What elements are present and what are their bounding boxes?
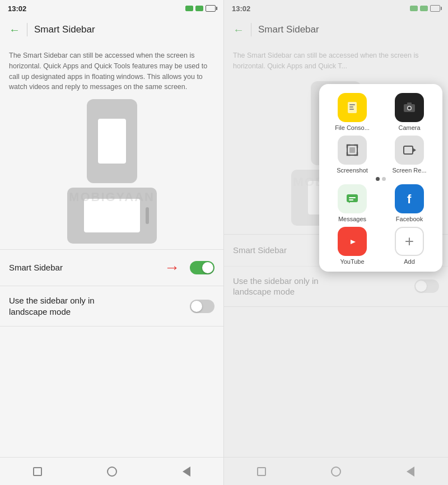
toggle-knob-landscape-left (191, 301, 202, 312)
description-right: The Smart Sidebar can still be accessed … (224, 44, 448, 78)
svg-rect-3 (349, 109, 354, 110)
signal-icon (185, 6, 193, 11)
nav-home-right[interactable] (328, 464, 344, 479)
messages-label: Messages (338, 216, 366, 222)
popup-item-screenshot[interactable]: Screenshot (327, 136, 377, 174)
toggle-landscape-left[interactable] (190, 300, 214, 313)
illustration-left: MOBIGYAAN (0, 99, 223, 249)
facebook-label: Facebook (396, 216, 423, 222)
phone-horizontal-left (67, 188, 157, 244)
description-left: The Smart Sidebar can still be accessed … (0, 44, 223, 99)
setting-smart-sidebar-left: Smart Sidebar → (0, 250, 223, 286)
header-right: ← Smart Sidebar (224, 16, 448, 44)
screenshot-label: Screenshot (337, 167, 368, 174)
popup-dots (327, 177, 435, 181)
sidebar-tab-left (146, 207, 149, 224)
svg-rect-7 (407, 102, 412, 105)
right-panel: 13:02 ← Smart Sidebar The Smart Sidebar … (224, 0, 448, 485)
popup-item-screenrec[interactable]: Screen Re... (384, 136, 435, 174)
app-popup: File Conso... Camera (319, 84, 442, 272)
svg-text:f: f (407, 192, 412, 206)
phone-screen-horizontal (84, 199, 140, 232)
file-console-label: File Conso... (335, 124, 370, 131)
nav-bar-left (0, 457, 223, 485)
status-bar-right: 13:02 (224, 0, 448, 16)
setting-row-smart-sidebar: → (164, 259, 214, 277)
signal-icon-r (410, 6, 418, 11)
header-left: ← Smart Sidebar (0, 16, 223, 44)
nav-circle-icon-r (331, 467, 341, 477)
toggle-knob-smart-sidebar-left (202, 262, 213, 273)
popup-item-file-console[interactable]: File Conso... (327, 93, 377, 131)
header-divider-left (27, 23, 27, 36)
setting-label-smart-sidebar: Smart Sidebar (9, 262, 164, 273)
nav-bar-right (224, 457, 448, 485)
svg-rect-10 (404, 146, 413, 154)
messages-icon (338, 184, 367, 213)
youtube-icon (338, 227, 367, 256)
red-arrow-left: → (164, 259, 180, 277)
setting-landscape-right: Use the sidebar only in landscape mode (224, 267, 448, 306)
spacer-left (0, 327, 223, 457)
camera-icon (395, 93, 424, 122)
facebook-icon: f (395, 184, 424, 213)
dot-inactive (382, 177, 386, 181)
popup-item-camera[interactable]: Camera (384, 93, 435, 131)
toggle-knob-landscape-right (416, 281, 427, 292)
svg-rect-14 (349, 199, 353, 200)
popup-item-messages[interactable]: Messages (327, 184, 377, 222)
svg-rect-9 (349, 147, 355, 153)
setting-label-landscape: Use the sidebar only in landscape mode (9, 295, 121, 317)
setting-label-landscape-r: Use the sidebar only in landscape mode (233, 276, 345, 297)
popup-item-add[interactable]: + Add (384, 227, 435, 265)
status-icons-left (185, 5, 216, 12)
nav-triangle-icon-r (407, 467, 414, 477)
page-title-left: Smart Sidebar (34, 24, 95, 35)
nav-square-icon (33, 467, 42, 476)
status-time-left: 13:02 (8, 4, 26, 13)
status-bar-left: 13:02 (0, 0, 223, 16)
popup-grid-2: Messages f Facebook YouT (327, 184, 435, 265)
svg-point-6 (408, 107, 411, 110)
phone-mockup-left (67, 99, 157, 244)
nav-square-icon-r (257, 467, 266, 476)
back-button-left[interactable]: ← (9, 24, 20, 36)
wifi-icon (195, 6, 203, 11)
wifi-icon-r (420, 6, 428, 11)
status-time-right: 13:02 (232, 4, 250, 13)
svg-rect-13 (349, 197, 356, 198)
status-icons-right (410, 5, 440, 12)
camera-label: Camera (398, 124, 420, 131)
setting-landscape-left: Use the sidebar only in landscape mode (0, 286, 223, 326)
toggle-landscape-right[interactable] (414, 279, 439, 293)
svg-rect-2 (349, 106, 353, 108)
file-console-icon (338, 93, 367, 122)
phone-screen-vertical (98, 119, 126, 164)
nav-back-right[interactable] (403, 464, 418, 479)
nav-home-left[interactable] (104, 464, 120, 479)
left-panel: 13:02 ← Smart Sidebar The Smart Sidebar … (0, 0, 224, 485)
nav-recent-left[interactable] (30, 464, 45, 479)
nav-back-left[interactable] (179, 464, 194, 479)
nav-triangle-icon (183, 467, 190, 477)
toggle-smart-sidebar-left[interactable] (190, 261, 214, 274)
popup-item-facebook[interactable]: f Facebook (384, 184, 435, 222)
back-button-right[interactable]: ← (233, 24, 244, 36)
screenrec-icon (395, 136, 424, 165)
youtube-label: YouTube (340, 258, 364, 265)
add-label: Add (404, 258, 415, 265)
nav-circle-icon (107, 467, 117, 477)
spacer-right (224, 307, 448, 457)
screenshot-icon (338, 136, 367, 165)
settings-left: Smart Sidebar → Use the sidebar only in … (0, 250, 223, 326)
popup-grid: File Conso... Camera (327, 93, 435, 174)
add-icon[interactable]: + (395, 227, 424, 256)
svg-marker-11 (413, 148, 416, 152)
page-title-right: Smart Sidebar (258, 24, 319, 35)
svg-rect-1 (349, 104, 355, 105)
nav-recent-right[interactable] (254, 464, 269, 479)
popup-item-youtube[interactable]: YouTube (327, 227, 377, 265)
screenrec-label: Screen Re... (392, 167, 426, 174)
header-divider-right (251, 23, 251, 36)
phone-vertical-left (87, 99, 137, 183)
